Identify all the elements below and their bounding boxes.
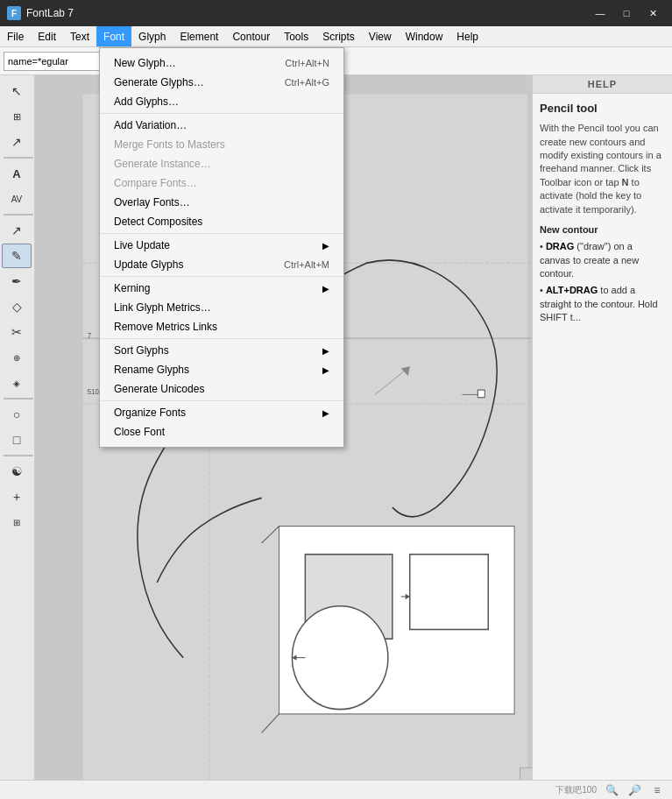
menu-generate-instance: Generate Instance… (100, 154, 343, 173)
zoom-in-icon[interactable]: 🔎 (626, 782, 642, 798)
window-title: FontLab 7 (26, 7, 588, 19)
menu-kerning[interactable]: Kerning ▶ (100, 279, 343, 298)
separator3 (4, 398, 33, 400)
arrow-icon: ▶ (322, 241, 329, 251)
menu-link-glyph-metrics[interactable]: Link Glyph Metrics… (100, 298, 343, 317)
menu-group-3: Live Update ▶ Update Glyphs Ctrl+Alt+M (100, 234, 343, 277)
grid-tool-btn[interactable]: ⊞ (2, 510, 32, 534)
menu-group-2: Add Variation… Merge Fonts to Masters Ge… (100, 114, 343, 234)
anchor-tool-btn[interactable]: ⊕ (2, 345, 32, 370)
arrow-icon-4: ▶ (322, 365, 329, 375)
text-tool-btn[interactable]: A (2, 161, 32, 186)
menu-group-6: Organize Fonts ▶ Close Font (100, 401, 343, 443)
status-bar: 下载吧100 🔍 🔎 ≡ (0, 780, 672, 799)
scroll-corner (520, 767, 532, 780)
blend-tool-btn[interactable]: ☯ (2, 459, 32, 484)
menu-add-glyphs[interactable]: Add Glyphs… (100, 92, 343, 111)
arrow-icon-2: ▶ (322, 284, 329, 293)
menu-detect-composites[interactable]: Detect Composites (100, 212, 343, 231)
menu-scripts[interactable]: Scripts (315, 26, 362, 46)
menu-new-glyph[interactable]: New Glyph… Ctrl+Alt+N (100, 53, 343, 73)
title-bar: F FontLab 7 — □ ✕ (0, 0, 672, 26)
menu-group-1: New Glyph… Ctrl+Alt+N Generate Glyphs… C… (100, 52, 343, 114)
left-toolbar: ↖ ⊞ ↗ A AV ↗ ✎ ✒ ◇ ✂ ⊕ ◈ ○ □ ☯ + ⊞ (0, 75, 35, 780)
glyph-name-input[interactable] (4, 52, 109, 71)
separator4 (4, 455, 33, 456)
help-description: With the Pencil tool you can create new … (540, 122, 665, 216)
add-tool-btn[interactable]: + (2, 484, 32, 509)
help-title: Pencil tool (540, 101, 665, 117)
separator-shape (4, 157, 33, 159)
rect-tool-btn[interactable]: □ (2, 428, 32, 452)
menu-window[interactable]: Window (399, 26, 450, 46)
help-header: HELP (533, 75, 672, 94)
menu-update-glyphs[interactable]: Update Glyphs Ctrl+Alt+M (100, 255, 343, 274)
menu-sort-glyphs[interactable]: Sort Glyphs ▶ (100, 341, 343, 360)
menu-font[interactable]: Font (96, 26, 131, 46)
menu-icon[interactable]: ≡ (649, 782, 665, 798)
pen-tool-btn[interactable]: ↗ (2, 218, 32, 243)
menu-generate-unicodes[interactable]: Generate Unicodes (100, 379, 343, 399)
menu-rename-glyphs[interactable]: Rename Glyphs ▶ (100, 360, 343, 379)
node-select-btn[interactable]: ↗ (2, 130, 32, 154)
menu-bar: File Edit Text Font Glyph Element Contou… (0, 26, 672, 47)
menu-overlay-fonts[interactable]: Overlay Fonts… (100, 193, 343, 212)
menu-glyph[interactable]: Glyph (131, 26, 173, 46)
glyph-cell-btn[interactable]: ⊞ (2, 104, 32, 129)
help-subtitle-new-contour: New contour (540, 223, 665, 237)
maximize-button[interactable]: □ (614, 4, 639, 22)
svg-text:510: 510 (88, 388, 100, 396)
pencil-tool-btn[interactable]: ✎ (2, 244, 32, 268)
app-icon: F (7, 6, 21, 20)
menu-contour[interactable]: Contour (225, 26, 277, 46)
av-tool-btn[interactable]: AV (2, 187, 32, 211)
eraser-tool-btn[interactable]: ◇ (2, 294, 32, 319)
svg-point-24 (292, 606, 387, 710)
separator2 (4, 214, 33, 216)
svg-rect-23 (410, 555, 489, 630)
font-dropdown-menu: New Glyph… Ctrl+Alt+N Generate Glyphs… C… (99, 47, 344, 448)
menu-compare-fonts: Compare Fonts… (100, 173, 343, 193)
help-panel: HELP Pencil tool With the Pencil tool yo… (532, 75, 672, 780)
menu-view[interactable]: View (362, 26, 399, 46)
menu-tools[interactable]: Tools (277, 26, 315, 46)
menu-group-4: Kerning ▶ Link Glyph Metrics… Remove Met… (100, 277, 343, 339)
menu-edit[interactable]: Edit (31, 26, 63, 46)
arrow-icon-3: ▶ (322, 346, 329, 356)
minimize-button[interactable]: — (588, 4, 612, 22)
arrow-icon-5: ▶ (322, 408, 329, 418)
menu-help[interactable]: Help (449, 26, 485, 46)
menu-merge-fonts: Merge Fonts to Masters (100, 135, 343, 154)
menu-close-font[interactable]: Close Font (100, 422, 343, 442)
menu-add-variation[interactable]: Add Variation… (100, 116, 343, 135)
svg-text:7: 7 (88, 332, 92, 340)
corner-tool-btn[interactable]: ◈ (2, 371, 32, 395)
menu-live-update[interactable]: Live Update ▶ (100, 236, 343, 255)
help-content: Pencil tool With the Pencil tool you can… (533, 94, 672, 336)
menu-group-5: Sort Glyphs ▶ Rename Glyphs ▶ Generate U… (100, 339, 343, 401)
svg-rect-32 (477, 390, 485, 398)
knife-tool-btn[interactable]: ✂ (2, 320, 32, 344)
select-tool-btn[interactable]: ↖ (2, 79, 32, 103)
brush-tool-btn[interactable]: ✒ (2, 269, 32, 293)
window-controls: — □ ✕ (588, 4, 665, 22)
menu-remove-metrics-links[interactable]: Remove Metrics Links (100, 317, 343, 336)
menu-text[interactable]: Text (63, 26, 96, 46)
menu-element[interactable]: Element (173, 26, 225, 46)
menu-organize-fonts[interactable]: Organize Fonts ▶ (100, 403, 343, 422)
help-item-drag: • DRAG ("draw") on a canvas to create a … (540, 240, 665, 280)
ellipse-tool-btn[interactable]: ○ (2, 402, 32, 427)
zoom-out-icon[interactable]: 🔍 (604, 782, 619, 798)
menu-file[interactable]: File (0, 26, 31, 46)
close-button[interactable]: ✕ (640, 4, 665, 22)
menu-generate-glyphs[interactable]: Generate Glyphs… Ctrl+Alt+G (100, 73, 343, 92)
watermark: 下载吧100 (555, 784, 597, 796)
help-item-alt-drag: • ALT+DRAG to add a straight to the cont… (540, 284, 665, 324)
